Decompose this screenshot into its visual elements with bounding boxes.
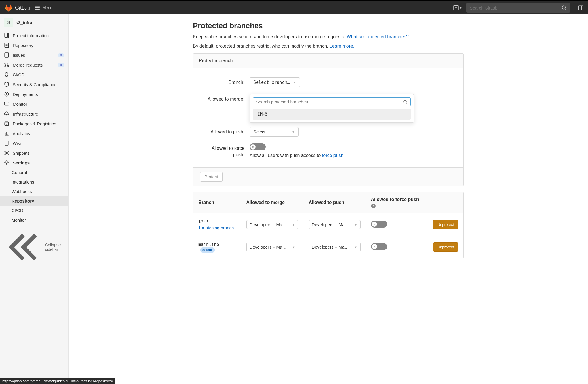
- table-row: mainline default Developers + Ma…▼ Devel…: [193, 236, 463, 258]
- project-header[interactable]: S s3_infra: [0, 14, 68, 31]
- col-push: Allowed to push: [304, 192, 366, 213]
- sidebar-item-deployments[interactable]: Deployments: [0, 89, 68, 99]
- sidebar-label: Security & Compliance: [13, 82, 56, 87]
- row-merge-dropdown[interactable]: Developers + Ma…▼: [246, 243, 298, 251]
- sidebar-item-repository[interactable]: Repository: [0, 40, 68, 50]
- sidebar-label: Wiki: [13, 141, 21, 146]
- hamburger-icon: [35, 5, 40, 10]
- matching-branch-link[interactable]: 1 matching branch: [198, 225, 236, 230]
- branch-name: mainline: [198, 242, 219, 247]
- svg-rect-2: [578, 6, 583, 10]
- unprotect-button[interactable]: Unprotect: [433, 242, 458, 252]
- branch-search-input[interactable]: [256, 99, 403, 104]
- table-row: IM-*1 matching branch Developers + Ma…▼ …: [193, 213, 463, 236]
- protect-button[interactable]: Protect: [200, 172, 223, 182]
- plus-square-icon: [453, 5, 459, 10]
- chevron-double-left-icon: [4, 228, 43, 266]
- merge-icon: [4, 62, 9, 67]
- settings-sub-general[interactable]: General: [0, 168, 68, 177]
- collapse-label: Collapse sidebar: [45, 243, 64, 252]
- help-icon[interactable]: ?: [371, 204, 376, 208]
- issues-count: 0: [58, 53, 64, 57]
- unprotect-button[interactable]: Unprotect: [433, 220, 458, 229]
- link-what-are-protected[interactable]: What are protected branches?: [347, 34, 409, 39]
- collapse-sidebar[interactable]: Collapse sidebar: [0, 225, 68, 269]
- panel-icon[interactable]: [578, 5, 583, 10]
- package-icon: [4, 121, 9, 126]
- row-force-push-toggle[interactable]: ✕: [371, 243, 387, 250]
- svg-rect-3: [5, 33, 7, 38]
- sidebar-item-packages[interactable]: Packages & Registries: [0, 119, 68, 128]
- new-dropdown[interactable]: ▾: [453, 5, 462, 10]
- svg-point-7: [5, 63, 6, 64]
- search-icon: [561, 5, 567, 10]
- sidebar-item-settings[interactable]: Settings: [0, 158, 68, 168]
- chevron-down-icon: ▾: [460, 5, 462, 10]
- force-push-label: Allowed to force push:: [201, 143, 250, 158]
- sidebar-label: Issues: [13, 53, 25, 58]
- sidebar-label: Snippets: [13, 151, 29, 156]
- chevron-down-icon: ▼: [292, 245, 295, 249]
- branch-search-box[interactable]: [253, 97, 411, 106]
- force-push-help: Allow all users with push access to forc…: [250, 153, 455, 158]
- chevron-down-icon: ▼: [354, 223, 357, 226]
- mr-count: 0: [58, 63, 64, 67]
- sidebar-label: Repository: [13, 43, 33, 48]
- monitor-icon: [4, 101, 9, 107]
- svg-point-18: [404, 100, 406, 103]
- row-push-dropdown[interactable]: Developers + Ma…▼: [309, 220, 361, 229]
- page-desc-2: By default, protected branches restrict …: [193, 43, 464, 49]
- page-desc-1: Keep stable branches secure and force de…: [193, 34, 464, 39]
- merge-label: Allowed to merge:: [201, 94, 250, 102]
- col-force-push: Allowed to force push ?: [366, 192, 428, 213]
- svg-point-15: [5, 151, 6, 152]
- svg-rect-11: [4, 102, 9, 105]
- browser-statusbar: https://gitlab.com/pmmquickstartguides/s…: [0, 378, 115, 384]
- sidebar-item-analytics[interactable]: Analytics: [0, 128, 68, 138]
- sidebar-item-project-information[interactable]: Project information: [0, 31, 68, 40]
- link-learn-more[interactable]: Learn more.: [329, 43, 354, 48]
- col-merge: Allowed to merge: [241, 192, 304, 213]
- sidebar-item-infrastructure[interactable]: Infrastructure: [0, 109, 68, 119]
- settings-sub-cicd[interactable]: CI/CD: [0, 206, 68, 215]
- search-input[interactable]: [470, 5, 561, 10]
- sidebar-item-snippets[interactable]: Snippets: [0, 148, 68, 158]
- close-icon: ✕: [372, 222, 377, 227]
- sidebar-item-merge-requests[interactable]: Merge requests0: [0, 60, 68, 70]
- row-push-dropdown[interactable]: Developers + Ma…▼: [309, 243, 361, 251]
- sidebar-item-issues[interactable]: Issues0: [0, 50, 68, 60]
- settings-sub-monitor[interactable]: Monitor: [0, 215, 68, 225]
- link-force-push[interactable]: force push: [322, 153, 344, 158]
- main-content: Protected branches Keep stable branches …: [69, 14, 588, 384]
- sidebar-label: CI/CD: [13, 72, 24, 77]
- push-label: Allowed to push:: [201, 127, 250, 135]
- force-push-toggle[interactable]: ✕: [250, 143, 266, 150]
- default-badge: default: [200, 247, 215, 253]
- settings-sub-webhooks[interactable]: Webhooks: [0, 187, 68, 196]
- row-merge-dropdown[interactable]: Developers + Ma…▼: [246, 220, 298, 229]
- sidebar-item-monitor[interactable]: Monitor: [0, 99, 68, 109]
- global-search[interactable]: [466, 3, 570, 13]
- sidebar-item-cicd[interactable]: CI/CD: [0, 70, 68, 80]
- push-dropdown[interactable]: Select▼: [250, 127, 299, 137]
- gitlab-logo[interactable]: GitLab: [5, 4, 30, 12]
- sidebar-label: Settings: [13, 160, 30, 165]
- cloud-cog-icon: [4, 111, 9, 116]
- sidebar-label: Deployments: [13, 92, 38, 97]
- sidebar-item-wiki[interactable]: Wiki: [0, 138, 68, 148]
- branch-option[interactable]: IM-5: [253, 109, 411, 120]
- sidebar-item-security[interactable]: Security & Compliance: [0, 80, 68, 89]
- row-force-push-toggle[interactable]: ✕: [371, 221, 387, 228]
- sidebar-label: Infrastructure: [13, 111, 38, 116]
- search-icon: [403, 100, 408, 104]
- settings-sub-integrations[interactable]: Integrations: [0, 177, 68, 187]
- menu-button[interactable]: Menu: [35, 5, 52, 10]
- project-name: s3_infra: [16, 20, 32, 25]
- settings-sub-repository[interactable]: Repository: [0, 196, 68, 206]
- info-icon: [4, 33, 9, 38]
- issues-icon: [4, 52, 9, 58]
- protected-branches-table: Branch Allowed to merge Allowed to push …: [193, 192, 464, 258]
- svg-point-12: [6, 114, 7, 116]
- chart-icon: [4, 131, 9, 136]
- branch-dropdown[interactable]: Select branch…▼: [250, 77, 300, 87]
